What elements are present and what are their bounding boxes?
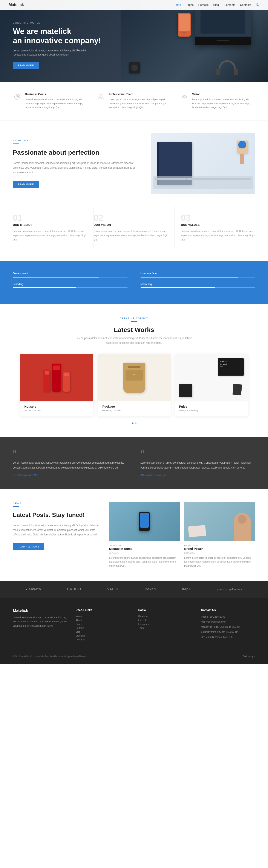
brand-valio: VALIO <box>107 587 119 591</box>
footer-link-elements[interactable]: Elements <box>76 634 130 637</box>
skill-development-label: Development <box>13 272 28 275</box>
nav-elements[interactable]: Elements <box>224 3 235 6</box>
about-text: Lorem ipsum dolor sit amet, consectetur … <box>13 161 138 175</box>
nav-links: Home Pages Portfolio Blog Elements Conta… <box>173 3 259 7</box>
news-right-col: Tech / Social Meetup In Rome 02.4.2016 L… <box>109 502 255 568</box>
testimonial-1-author: AC Company John Doe <box>13 474 128 476</box>
news-card-2-text: Lorem ipsum dolor sit amet, consectetur … <box>184 556 255 568</box>
mission-text-3: Lorem ipsum dolor sit amet, consectetur … <box>181 229 255 242</box>
portfolio-card-1-body: Housery Visual / Concept <box>20 401 93 416</box>
portfolio-card-2[interactable]: T iPackage Marketing / Social <box>98 354 171 416</box>
skill-marketing-label: Marketing <box>140 283 152 286</box>
footer-col-links: Useful Links Home About Pages Portfolio … <box>76 608 130 642</box>
skill-development: Development <box>13 272 128 278</box>
brand-envato: ■ envato <box>26 587 41 591</box>
portfolio-label: CREATIVE AGENCY <box>13 317 255 320</box>
business-goals-icon <box>13 93 22 101</box>
mission-num-2: 02 <box>94 213 168 223</box>
portfolio-card-3-body: Pulse Design / Branding <box>175 401 248 416</box>
news-card-1-title: Meetup In Rome <box>109 547 180 551</box>
footer-instagram[interactable]: Instagram <box>138 623 193 625</box>
footer-hours1: Monday to Friday 9:00 am to 8:00 pm <box>201 625 255 629</box>
portfolio-card-1[interactable]: Housery Visual / Concept <box>20 354 93 416</box>
nav-contacts[interactable]: Contacts <box>240 3 251 6</box>
portfolio-title: Latest Works <box>13 326 255 334</box>
pagination-dot-2[interactable] <box>135 423 136 424</box>
portfolio-card-1-img <box>20 354 93 401</box>
nav-pages[interactable]: Pages <box>186 3 194 6</box>
nav-blog[interactable]: Blog <box>213 3 219 6</box>
nav-portfolio[interactable]: Portfolio <box>198 3 209 6</box>
news-card-1-category: Tech / Social <box>109 544 180 547</box>
back-to-top-button[interactable]: Back to top ↑ <box>243 655 255 658</box>
mission-text-1: Lorem ipsum dolor sit amet, consectetur … <box>13 229 87 242</box>
news-card-1[interactable]: Tech / Social Meetup In Rome 02.4.2016 L… <box>109 502 180 568</box>
footer-facebook[interactable]: Facebook <box>138 615 193 618</box>
brands-section: ■ envato BRUELI VALIO Reven dap+ puredes… <box>0 581 268 598</box>
footer-hours2: Saturday from 9:00 am to 12:00 pm <box>201 630 255 634</box>
skill-ui-bg <box>140 277 255 278</box>
footer-linkedin[interactable]: LinkedIn <box>138 619 193 621</box>
footer-links-list: Home About Pages Portfolio Blog Elements… <box>76 615 130 641</box>
feature-item-1: Business Goals Lorem ipsum dolor sit ame… <box>13 93 88 110</box>
svg-point-5 <box>183 96 185 98</box>
news-card-2[interactable]: People / Topic Brand Power 02.05.2016 Lo… <box>184 502 255 568</box>
news-left-col: NEWS Latest Posts. Stay tuned! Lorem ips… <box>13 502 101 568</box>
about-cta-button[interactable]: READ MORE <box>13 181 39 188</box>
svg-point-3 <box>99 95 101 96</box>
brand-puredesign: puredesignThemes <box>217 588 242 590</box>
brand-dap: dap+ <box>182 587 191 591</box>
skill-ui: User Interface <box>140 272 255 278</box>
footer-link-pages[interactable]: Pages <box>76 623 130 625</box>
footer-link-home[interactable]: Home <box>76 615 130 618</box>
footer-link-about[interactable]: About <box>76 619 130 621</box>
nav-home[interactable]: Home <box>173 3 181 6</box>
news-card-1-text: Lorem ipsum dolor sit amet, consectetur … <box>109 556 180 568</box>
footer-contact-heading: Contact Us <box>201 608 255 612</box>
news-text: Lorem ipsum dolor sit amet, consectetur … <box>13 523 101 537</box>
hero-description: Lorem ipsum dolor sit amet, consectetur … <box>13 49 90 57</box>
mission-section: 01 OUR MISSION Lorem ipsum dolor sit ame… <box>0 207 268 261</box>
about-rule <box>13 144 19 144</box>
footer-address: 222 Moon St Venue, Italy, 1251 <box>201 635 255 639</box>
pagination-dot-1[interactable] <box>132 423 133 424</box>
footer-link-blog[interactable]: Blog <box>76 630 130 633</box>
news-card-2-title: Brand Power <box>184 547 255 551</box>
skill-branding-fill <box>13 287 76 288</box>
testimonial-1: " Lorem ipsum dolor sit amet, consectetu… <box>13 450 128 476</box>
hero-cta-button[interactable]: READ MORE <box>13 62 39 69</box>
main-nav: Matelick Home Pages Portfolio Blog Eleme… <box>0 0 268 10</box>
portfolio-description: Lorem ipsum dolor sit amet, consectetur … <box>70 336 199 345</box>
footer-twitter[interactable]: Twitter <box>138 627 193 629</box>
portfolio-card-3-sub: Design / Branding <box>179 409 244 412</box>
testimonial-2-name: John Doe <box>156 474 166 476</box>
skill-marketing-bg <box>140 287 255 288</box>
testimonial-2: " Lorem ipsum dolor sit amet, consectetu… <box>140 450 255 476</box>
mission-item-2: 02 OUR VISION Lorem ipsum dolor sit amet… <box>94 207 174 248</box>
skill-development-bg <box>13 277 128 278</box>
testimonial-1-quote-icon: " <box>13 450 128 458</box>
footer-link-contacts[interactable]: Contacts <box>76 638 130 641</box>
portfolio-card-3[interactable]: focus onthe goodshit Pulse Design / Bran… <box>175 354 248 416</box>
testimonial-1-text: Lorem ipsum dolor sit amet, consectetur … <box>13 460 128 470</box>
skill-branding-bg <box>13 287 128 288</box>
read-all-news-button[interactable]: READ ALL NEWS <box>13 543 44 550</box>
news-label: NEWS <box>13 502 101 505</box>
mission-item-1: 01 OUR MISSION Lorem ipsum dolor sit ame… <box>13 207 94 248</box>
footer-link-portfolio[interactable]: Portfolio <box>76 627 130 629</box>
skill-ui-fill <box>140 277 238 278</box>
hero-content: CODE THE WORLD We are matelickan innovat… <box>0 4 114 78</box>
footer-col-contact: Contact Us Phone +39 123456789 Mail mail… <box>201 608 255 642</box>
footer-logo: Matelick <box>13 608 67 613</box>
features-section: Business Goals Lorem ipsum dolor sit ame… <box>0 82 268 121</box>
footer-top: Matelick Lorem ipsum dolor sit amet, con… <box>13 608 255 642</box>
footer-copyright: © 2016 Matelick - Corporate Mini Templat… <box>13 655 87 658</box>
footer: Matelick Lorem ipsum dolor sit amet, con… <box>0 598 268 664</box>
footer-col-social: Social Facebook LinkedIn Instagram Twitt… <box>138 608 193 642</box>
news-card-2-date: 02.05.2016 <box>184 552 255 554</box>
nav-logo[interactable]: Matelick <box>9 3 24 7</box>
search-icon[interactable]: 🔍 <box>256 3 259 7</box>
footer-email: Mail mail@domain.com <box>201 620 255 624</box>
news-section: NEWS Latest Posts. Stay tuned! Lorem ips… <box>0 489 268 581</box>
svg-point-0 <box>14 94 20 99</box>
